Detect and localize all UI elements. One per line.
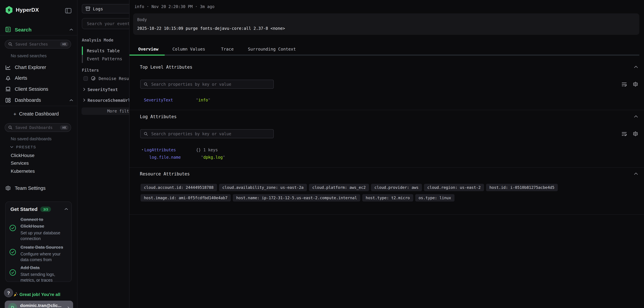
log-attributes-search-box[interactable] bbox=[140, 129, 274, 138]
resource-chip[interactable]: host.type: t2.micro bbox=[362, 194, 413, 201]
resource-chip[interactable]: host.id: i-0510b81275acbe4d5 bbox=[486, 184, 558, 191]
property-key[interactable]: SeverityText bbox=[144, 98, 196, 102]
presets-label: PRESETS bbox=[16, 145, 36, 149]
filter-group-resourceschemaurl[interactable]: ResourceSchemaUrl bbox=[83, 97, 130, 103]
chart-icon bbox=[5, 65, 11, 70]
search-icon bbox=[144, 132, 148, 136]
search-icon bbox=[8, 42, 12, 46]
filter-group-severitytext[interactable]: SeverityText bbox=[83, 86, 118, 92]
preset-services[interactable]: Services bbox=[11, 160, 29, 166]
section-title-resource-attributes: Resource Attributes bbox=[140, 171, 190, 176]
get-started-item[interactable]: Add Data Start sending logs, metrics, or… bbox=[20, 265, 68, 283]
sidebar-item-search[interactable]: Search bbox=[5, 26, 73, 33]
shortcut-badge: ⌘K bbox=[60, 125, 68, 130]
denoise-icon bbox=[91, 76, 96, 81]
bell-icon bbox=[5, 75, 11, 81]
collapse-section-icon[interactable] bbox=[634, 115, 638, 118]
gear-icon[interactable] bbox=[633, 131, 638, 136]
saved-dashboards-search[interactable]: ⌘K bbox=[5, 123, 71, 132]
mode-label: Event Patterns bbox=[83, 56, 122, 61]
presets-toggle[interactable]: PRESETS bbox=[10, 145, 36, 149]
no-saved-searches: No saved searches bbox=[11, 54, 46, 58]
property-key[interactable]: log.file.name bbox=[149, 155, 201, 160]
congrats-message: Great job! You're all bbox=[14, 292, 60, 297]
chevron-up-icon bbox=[70, 99, 73, 101]
sidebar-item-dashboards[interactable]: Dashboards bbox=[5, 97, 73, 103]
divider bbox=[130, 110, 644, 110]
wrap-lines-icon[interactable] bbox=[622, 131, 627, 136]
collapse-section-icon[interactable] bbox=[634, 66, 638, 68]
sidebar-item-client-sessions[interactable]: Client Sessions bbox=[5, 86, 73, 92]
resource-chip[interactable]: cloud.availability_zone: us-east-2a bbox=[219, 184, 307, 191]
search-icon bbox=[8, 126, 12, 130]
gear-icon bbox=[5, 185, 11, 191]
create-dashboard-button[interactable]: + Create Dashboard bbox=[14, 111, 73, 117]
sidebar-item-alerts[interactable]: Alerts bbox=[5, 75, 73, 81]
denoise-results-option[interactable]: Denoise Results bbox=[84, 75, 136, 82]
saved-searches-search[interactable]: ⌘K bbox=[5, 40, 71, 48]
resource-chip[interactable]: host.name: ip-172-31-12-5.us-east-2.comp… bbox=[233, 194, 360, 201]
saved-searches-input[interactable] bbox=[15, 41, 58, 47]
chevron-right-icon bbox=[83, 98, 85, 102]
tab-surrounding-context[interactable]: Surrounding Context bbox=[248, 46, 296, 52]
tab-trace[interactable]: Trace bbox=[221, 46, 234, 52]
sidebar-item-chart-explorer[interactable]: Chart Explorer bbox=[5, 64, 73, 71]
check-circle-icon bbox=[10, 269, 16, 276]
mode-label: Results Table bbox=[83, 48, 120, 53]
top-level-search-input[interactable] bbox=[150, 82, 270, 87]
tab-overview[interactable]: Overview bbox=[138, 46, 158, 52]
dashboard-grid-icon bbox=[5, 98, 11, 103]
property-key[interactable]: LogAttributes bbox=[144, 148, 196, 152]
property-group-logattributes: ▾ LogAttributes {} 1 keys bbox=[142, 148, 218, 152]
get-started-title: Get Started bbox=[10, 206, 38, 212]
log-attributes-search-input[interactable] bbox=[150, 131, 270, 137]
source-selector-label: Logs bbox=[93, 6, 103, 11]
body-text: 2025-10-22 10:15:09 purge fonts-dejavu-c… bbox=[137, 26, 285, 31]
search-nav-icon bbox=[5, 27, 11, 32]
preset-kubernetes[interactable]: Kubernetes bbox=[11, 168, 35, 174]
resource-chip[interactable]: host.image.id: ami-0f5fcdfbd140e4ab7 bbox=[140, 194, 231, 201]
get-started-header[interactable]: Get Started 3/3 bbox=[10, 206, 68, 212]
saved-dashboards-input[interactable] bbox=[15, 125, 58, 130]
divider bbox=[0, 106, 77, 106]
gear-icon[interactable] bbox=[633, 82, 638, 87]
tab-column-values[interactable]: Column Values bbox=[172, 46, 205, 52]
section-title-top-level: Top Level Attributes bbox=[140, 65, 192, 70]
top-level-search-box[interactable] bbox=[140, 80, 274, 89]
denoise-checkbox[interactable] bbox=[84, 76, 88, 81]
collapse-section-icon[interactable] bbox=[634, 172, 638, 175]
no-saved-dashboards: No saved dashboards bbox=[11, 137, 52, 141]
help-label: ? bbox=[7, 290, 10, 296]
resource-chip[interactable]: cloud.provider: aws bbox=[371, 184, 422, 191]
resource-chips-row: cloud.account.id: 244449518788 cloud.ava… bbox=[140, 184, 558, 191]
resource-chip[interactable]: cloud.region: us-east-2 bbox=[424, 184, 484, 191]
resource-chip[interactable]: cloud.account.id: 244449518788 bbox=[140, 184, 217, 191]
resource-chips-row: host.image.id: ami-0f5fcdfbd140e4ab7 hos… bbox=[140, 194, 454, 201]
resource-chip[interactable]: os.type: linux bbox=[415, 194, 454, 201]
property-value[interactable]: "dpkg.log" bbox=[201, 155, 225, 160]
hyperdx-app: HyperDX Search ⌘K bbox=[0, 0, 644, 308]
body-label: Body bbox=[137, 17, 147, 22]
sidebar-item-team-settings[interactable]: Team Settings bbox=[5, 185, 73, 191]
property-value[interactable]: "info" bbox=[196, 98, 210, 102]
user-account-button[interactable]: D dominic.tran@clic... dominic.tran@clic… bbox=[5, 301, 73, 308]
help-button[interactable]: ? bbox=[4, 288, 13, 297]
resource-chip[interactable]: cloud.platform: aws_ec2 bbox=[309, 184, 369, 191]
check-circle-icon bbox=[10, 225, 16, 231]
event-body-card: Body 2025-10-22 10:15:09 purge fonts-dej… bbox=[133, 13, 639, 35]
divider bbox=[130, 167, 644, 168]
filters-label: Filters bbox=[82, 68, 99, 73]
user-name: dominic.tran@clic... bbox=[20, 303, 62, 308]
section-tools bbox=[622, 131, 638, 136]
get-started-item[interactable]: Connect to ClickHouse Set up your databa… bbox=[20, 216, 68, 242]
get-started-item[interactable]: Create Data Sources Configure where your… bbox=[20, 244, 68, 263]
sidebar-collapse-icon[interactable] bbox=[65, 8, 72, 13]
preset-clickhouse[interactable]: ClickHouse bbox=[11, 153, 34, 158]
wrap-lines-icon[interactable] bbox=[622, 82, 627, 87]
search-icon bbox=[144, 82, 148, 86]
active-tab-underline bbox=[130, 54, 165, 56]
hyperdx-logo-icon bbox=[5, 6, 13, 14]
collapse-triangle-icon[interactable]: ▾ bbox=[142, 148, 144, 153]
sidebar: HyperDX Search ⌘K bbox=[0, 0, 78, 308]
events-search-input[interactable] bbox=[86, 21, 135, 26]
